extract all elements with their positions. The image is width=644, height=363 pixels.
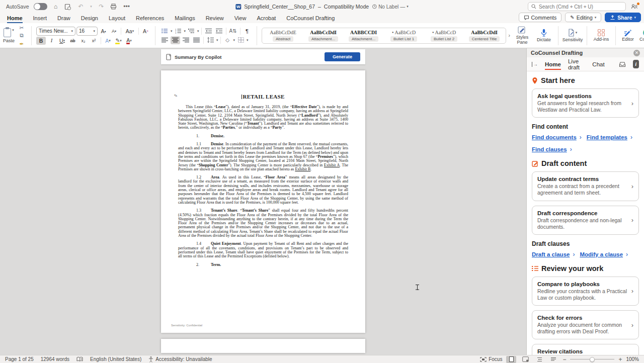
- style-centered-title[interactable]: AaBbCcDdI Centered Title: [465, 30, 504, 42]
- spellcheck-icon[interactable]: [76, 356, 83, 362]
- line-spacing-icon[interactable]: [206, 36, 215, 44]
- undo-icon[interactable]: ↶: [77, 3, 85, 11]
- document-heading[interactable]: RETAIL LEASE: [178, 94, 348, 100]
- tab-review[interactable]: Review: [206, 15, 224, 23]
- italic-button[interactable]: I: [47, 37, 56, 45]
- accessibility-status[interactable]: Accessibility: Unavailable: [148, 356, 212, 362]
- numbered-list-icon[interactable]: 123: [174, 27, 183, 35]
- document-canvas[interactable]: Summary By Copilot Generate ✎ RETAIL LEA…: [0, 48, 526, 355]
- document-paragraph[interactable]: This Lease (this “Lease”), dated as of J…: [178, 105, 348, 130]
- align-right-icon[interactable]: [181, 36, 191, 44]
- document-paragraph[interactable]: 1.Demise.: [178, 134, 348, 138]
- panel-tab-chat[interactable]: Chat: [592, 58, 604, 70]
- copy-icon[interactable]: ⧉: [17, 32, 27, 39]
- collapse-panel-icon[interactable]: →: [532, 62, 538, 67]
- print-layout-view-icon[interactable]: [506, 356, 516, 363]
- share-button[interactable]: Share ▾: [605, 13, 641, 22]
- justify-icon[interactable]: [192, 36, 201, 44]
- zoom-level[interactable]: 100%: [626, 356, 639, 362]
- style-attachment-2[interactable]: AABBCCDI Attachment...: [345, 30, 383, 42]
- tab-cocounsel-drafting[interactable]: CoCounsel Drafting: [286, 15, 335, 23]
- document-paragraph[interactable]: 1.3Tenant’s Share. “Tenant’s Share” shal…: [178, 209, 348, 238]
- outline-view-icon[interactable]: [534, 356, 544, 363]
- document-paragraph[interactable]: 1.1Demise. In consideration of the payme…: [178, 142, 348, 171]
- tab-mailings[interactable]: Mailings: [175, 15, 195, 23]
- comment-anchor-icon[interactable]: ✎: [174, 93, 178, 98]
- update-contract-terms-card[interactable]: Update contract terms Create a contract …: [532, 171, 639, 201]
- bold-button[interactable]: B: [36, 37, 46, 45]
- home-icon[interactable]: ⌂: [52, 3, 60, 11]
- shading-icon[interactable]: ◇: [223, 36, 232, 44]
- font-color-icon[interactable]: A ▾: [124, 37, 134, 45]
- copilot-button[interactable]: Copilot: [638, 29, 644, 42]
- cut-icon[interactable]: ✂: [17, 24, 27, 31]
- shrink-font-icon[interactable]: A▾: [109, 27, 119, 35]
- font-name-select[interactable]: Times New...▾: [36, 27, 75, 36]
- autosave-toggle[interactable]: [34, 3, 47, 10]
- superscript-icon[interactable]: x²: [89, 37, 99, 45]
- comments-button[interactable]: Comments: [519, 13, 562, 22]
- zoom-in-icon[interactable]: +: [618, 356, 622, 363]
- compare-to-playbooks-card[interactable]: Compare to playbooks Redline your contra…: [532, 277, 639, 306]
- subscript-icon[interactable]: x₂: [78, 37, 88, 45]
- page-indicator[interactable]: Page 1 of 25: [5, 356, 34, 362]
- close-icon[interactable]: ✕: [633, 50, 640, 56]
- web-layout-view-icon[interactable]: [520, 356, 530, 363]
- review-citations-card[interactable]: Review citations Check legal status and …: [532, 344, 639, 355]
- save-icon[interactable]: [64, 4, 72, 10]
- word-count[interactable]: 12964 words: [41, 356, 69, 362]
- draft-correspondence-card[interactable]: Draft correspondence Draft correspondenc…: [532, 206, 639, 235]
- editor-button[interactable]: Editor: [620, 29, 635, 42]
- borders-icon[interactable]: [236, 36, 246, 44]
- find-templates-link[interactable]: Find templates: [587, 134, 627, 140]
- draft-a-clause-link[interactable]: Draft a clause: [532, 251, 570, 257]
- decrease-indent-icon[interactable]: [204, 27, 213, 35]
- tab-insert[interactable]: Insert: [33, 15, 47, 23]
- generate-button[interactable]: Generate: [325, 52, 360, 61]
- multilevel-list-icon[interactable]: [187, 27, 196, 35]
- document-page-2[interactable]: [161, 339, 365, 353]
- text-effects-icon[interactable]: A ▾: [103, 37, 113, 45]
- underline-button[interactable]: U ▾: [57, 37, 67, 45]
- share-session-icon[interactable]: [631, 4, 638, 10]
- editing-mode-button[interactable]: ✎ Editing ▾: [565, 13, 601, 22]
- tab-design[interactable]: Design: [81, 15, 98, 23]
- grow-font-icon[interactable]: A▴: [99, 27, 108, 35]
- strikethrough-icon[interactable]: ab: [68, 37, 77, 45]
- search-input-container[interactable]: [528, 2, 626, 11]
- tab-layout[interactable]: Layout: [109, 15, 125, 23]
- tab-references[interactable]: References: [136, 15, 164, 23]
- align-left-icon[interactable]: [160, 36, 170, 44]
- print-icon[interactable]: [110, 4, 118, 10]
- tab-home[interactable]: Home: [7, 15, 23, 23]
- zoom-slider-knob[interactable]: [590, 357, 595, 362]
- history-tray-icon[interactable]: [619, 61, 626, 67]
- document-paragraph[interactable]: 1.2Area. As used in this Lease, “Floor A…: [178, 175, 348, 205]
- format-painter-icon[interactable]: ✒: [17, 40, 27, 47]
- panel-tab-live-draft[interactable]: Live draft: [568, 55, 585, 73]
- document-paragraph[interactable]: 1.4Quiet Enjoyment. Upon payment by Tena…: [178, 242, 348, 258]
- ask-legal-questions-card[interactable]: Ask legal questions Get answers for lega…: [532, 88, 639, 118]
- align-center-icon[interactable]: [171, 36, 180, 44]
- clear-formatting-icon[interactable]: A×: [141, 27, 150, 35]
- increase-indent-icon[interactable]: [214, 27, 224, 35]
- styles-pane-button[interactable]: Styles Pane: [513, 26, 532, 45]
- style-attachment-1[interactable]: AaBbCcDdI Attachment...: [304, 30, 343, 42]
- search-input[interactable]: [539, 4, 619, 10]
- sensitivity-label-badge[interactable]: No Label — ▾: [372, 4, 409, 10]
- zoom-out-icon[interactable]: −: [562, 356, 566, 363]
- sensitivity-button[interactable]: ▾ Sensitivity: [563, 29, 582, 43]
- redo-icon[interactable]: ↷: [98, 3, 106, 11]
- bullet-list-icon[interactable]: [160, 27, 170, 35]
- check-for-errors-card[interactable]: Check for errors Analyze your document f…: [532, 310, 639, 339]
- style-bullet-list-1[interactable]: • AaBbCcD Bullet List 1: [385, 30, 423, 42]
- undo-dropdown-icon[interactable]: ▾: [90, 3, 93, 11]
- style-bullet-list-2[interactable]: • AaBbCcD Bullet List 2: [425, 30, 463, 42]
- draft-view-icon[interactable]: [548, 356, 558, 363]
- addins-button[interactable]: Add-ins: [592, 29, 611, 42]
- tab-view[interactable]: View: [234, 15, 247, 23]
- paste-button[interactable]: ▾ Paste: [3, 28, 15, 43]
- panel-tab-home[interactable]: Home: [545, 58, 561, 70]
- language-indicator[interactable]: English (United States): [90, 356, 141, 362]
- tab-draw[interactable]: Draw: [57, 15, 70, 23]
